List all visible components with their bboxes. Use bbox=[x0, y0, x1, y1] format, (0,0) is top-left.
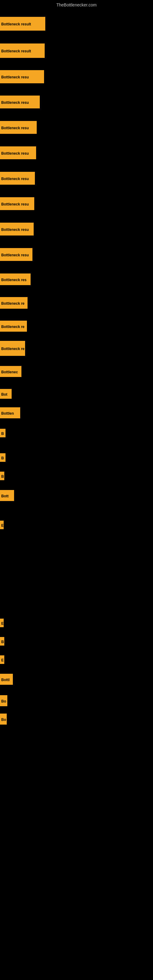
bottleneck-item-19[interactable]: B bbox=[0, 472, 4, 480]
bottleneck-item-12[interactable]: Bottleneck re bbox=[0, 321, 27, 332]
bottleneck-item-13[interactable]: Bottleneck re bbox=[0, 341, 25, 356]
bottleneck-item-17[interactable]: B bbox=[0, 429, 5, 438]
bottleneck-item-3[interactable]: Bottleneck resu bbox=[0, 95, 40, 108]
bottleneck-item-7[interactable]: Bottleneck resu bbox=[0, 197, 34, 210]
bottleneck-item-6[interactable]: Bottleneck resu bbox=[0, 172, 35, 185]
bottleneck-item-1[interactable]: Bottleneck result bbox=[0, 43, 45, 58]
bottleneck-item-10[interactable]: Bottleneck res bbox=[0, 274, 30, 285]
bottleneck-item-8[interactable]: Bottleneck resu bbox=[0, 223, 33, 235]
bottleneck-item-23[interactable]: B bbox=[0, 637, 4, 646]
bottleneck-item-14[interactable]: Bottlenec bbox=[0, 366, 21, 377]
bottleneck-item-24[interactable]: E bbox=[0, 655, 4, 664]
bottleneck-item-18[interactable]: B bbox=[0, 453, 5, 462]
bottleneck-item-25[interactable]: Bottl bbox=[0, 674, 13, 685]
bottleneck-item-2[interactable]: Bottleneck resu bbox=[0, 70, 44, 83]
bottleneck-item-20[interactable]: Bott bbox=[0, 490, 14, 501]
bottleneck-item-0[interactable]: Bottleneck result bbox=[0, 17, 45, 30]
bottleneck-item-9[interactable]: Bottleneck resu bbox=[0, 248, 32, 261]
bottleneck-item-21[interactable]: E bbox=[0, 520, 4, 529]
bottleneck-item-15[interactable]: Bot bbox=[0, 389, 12, 399]
bottleneck-item-27[interactable]: Bo bbox=[0, 714, 7, 725]
bottleneck-item-4[interactable]: Bottleneck resu bbox=[0, 121, 37, 134]
bottleneck-item-5[interactable]: Bottleneck resu bbox=[0, 146, 36, 159]
site-title: TheBottlenecker.com bbox=[0, 1, 153, 9]
bottleneck-item-22[interactable]: E bbox=[0, 619, 4, 627]
bottleneck-item-16[interactable]: Bottlen bbox=[0, 407, 20, 418]
bottleneck-item-11[interactable]: Bottleneck re bbox=[0, 297, 27, 309]
bottleneck-item-26[interactable]: Bo bbox=[0, 695, 7, 706]
